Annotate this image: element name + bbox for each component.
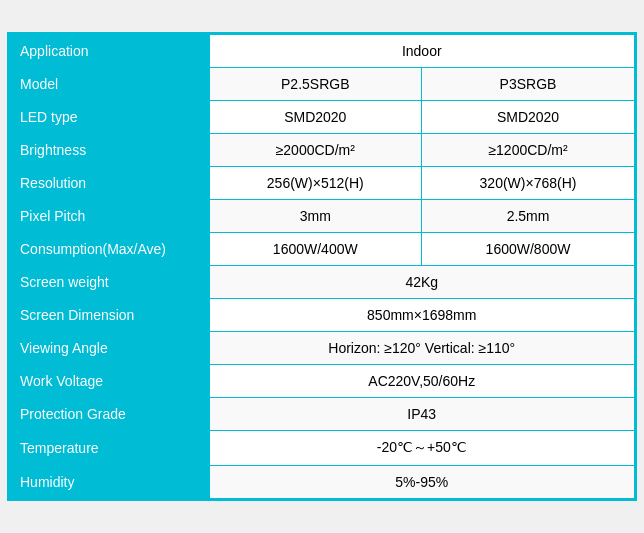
row-value-2: ≥1200CD/m² bbox=[422, 134, 635, 167]
row-value-1: 1600W/400W bbox=[209, 233, 422, 266]
table-row: Brightness≥2000CD/m²≥1200CD/m² bbox=[9, 134, 635, 167]
row-label: Temperature bbox=[9, 431, 209, 466]
row-value-span: 850mm×1698mm bbox=[209, 299, 635, 332]
table-row: Pixel Pitch3mm2.5mm bbox=[9, 200, 635, 233]
row-label: Humidity bbox=[9, 466, 209, 500]
row-value-1: ≥2000CD/m² bbox=[209, 134, 422, 167]
row-label: Pixel Pitch bbox=[9, 200, 209, 233]
row-value-1: 256(W)×512(H) bbox=[209, 167, 422, 200]
table-row: Work VoltageAC220V,50/60Hz bbox=[9, 365, 635, 398]
table-row: ModelP2.5SRGBP3SRGB bbox=[9, 68, 635, 101]
row-value-span: 42Kg bbox=[209, 266, 635, 299]
spec-table-container: ApplicationIndoorModelP2.5SRGBP3SRGBLED … bbox=[7, 32, 637, 501]
row-value-2: 2.5mm bbox=[422, 200, 635, 233]
table-row: Humidity5%-95% bbox=[9, 466, 635, 500]
table-row: Protection GradeIP43 bbox=[9, 398, 635, 431]
row-value-span: Indoor bbox=[209, 34, 635, 68]
row-value-2: SMD2020 bbox=[422, 101, 635, 134]
row-label: Viewing Angle bbox=[9, 332, 209, 365]
row-label: Application bbox=[9, 34, 209, 68]
row-label: Consumption(Max/Ave) bbox=[9, 233, 209, 266]
row-label: Screen Dimension bbox=[9, 299, 209, 332]
row-label: Brightness bbox=[9, 134, 209, 167]
row-value-2: 1600W/800W bbox=[422, 233, 635, 266]
row-value-2: 320(W)×768(H) bbox=[422, 167, 635, 200]
row-value-2: P3SRGB bbox=[422, 68, 635, 101]
table-row: Viewing AngleHorizon: ≥120° Vertical: ≥1… bbox=[9, 332, 635, 365]
row-value-span: IP43 bbox=[209, 398, 635, 431]
row-value-span: -20℃～+50℃ bbox=[209, 431, 635, 466]
table-row: Temperature-20℃～+50℃ bbox=[9, 431, 635, 466]
row-label: Resolution bbox=[9, 167, 209, 200]
row-label: Model bbox=[9, 68, 209, 101]
row-value-span: Horizon: ≥120° Vertical: ≥110° bbox=[209, 332, 635, 365]
table-row: Screen Dimension850mm×1698mm bbox=[9, 299, 635, 332]
row-value-1: SMD2020 bbox=[209, 101, 422, 134]
row-label: Screen weight bbox=[9, 266, 209, 299]
table-row: LED typeSMD2020SMD2020 bbox=[9, 101, 635, 134]
spec-table: ApplicationIndoorModelP2.5SRGBP3SRGBLED … bbox=[8, 33, 636, 500]
table-row: ApplicationIndoor bbox=[9, 34, 635, 68]
table-row: Screen weight42Kg bbox=[9, 266, 635, 299]
row-value-span: 5%-95% bbox=[209, 466, 635, 500]
table-row: Resolution256(W)×512(H)320(W)×768(H) bbox=[9, 167, 635, 200]
row-value-1: 3mm bbox=[209, 200, 422, 233]
row-label: Protection Grade bbox=[9, 398, 209, 431]
row-label: LED type bbox=[9, 101, 209, 134]
row-label: Work Voltage bbox=[9, 365, 209, 398]
row-value-1: P2.5SRGB bbox=[209, 68, 422, 101]
table-row: Consumption(Max/Ave)1600W/400W1600W/800W bbox=[9, 233, 635, 266]
row-value-span: AC220V,50/60Hz bbox=[209, 365, 635, 398]
